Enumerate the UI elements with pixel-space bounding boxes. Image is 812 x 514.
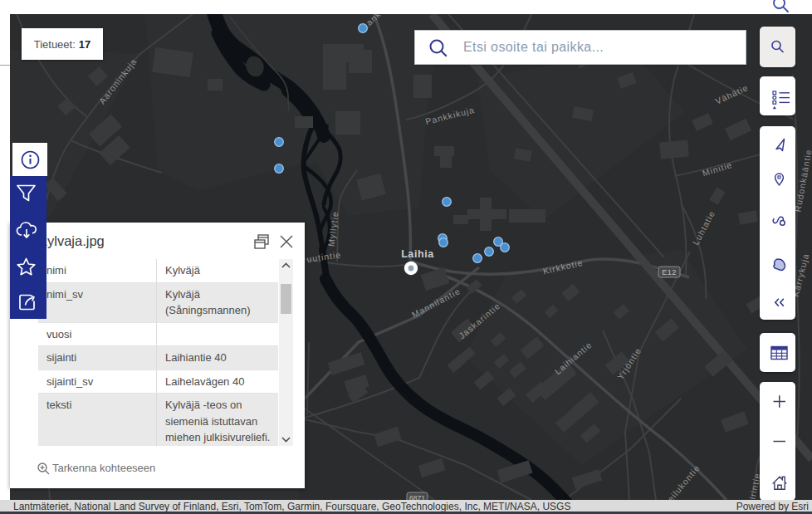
svg-text:E12: E12 [662,268,677,277]
svg-text:Laihia: Laihia [401,248,434,260]
